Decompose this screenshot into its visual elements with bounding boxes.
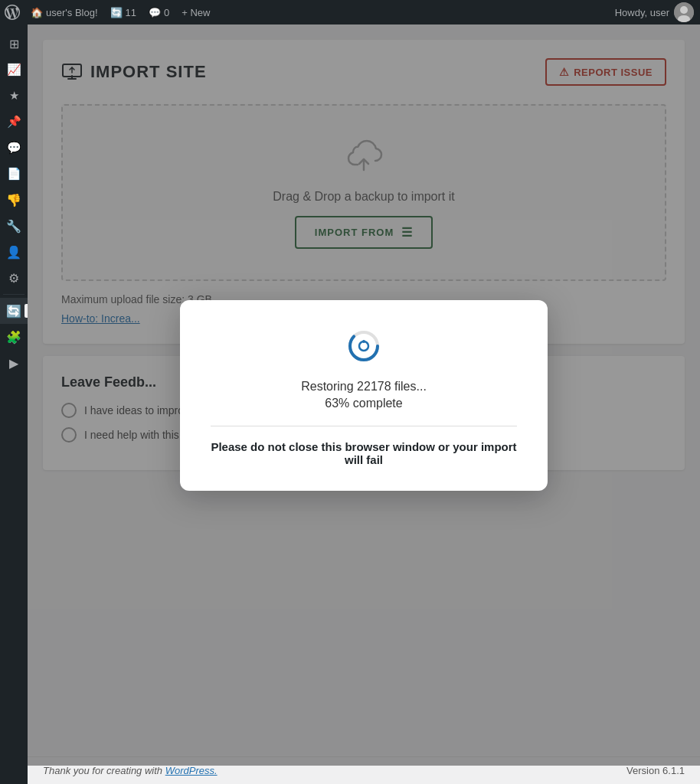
adminbar-new[interactable]: + New: [175, 0, 216, 24]
sidebar-item-stats[interactable]: 📈: [0, 57, 28, 83]
sidebar-item-settings[interactable]: ⚙: [0, 265, 28, 291]
footer-left: Thank you for creating with WordPress.: [43, 765, 218, 776]
adminbar-site[interactable]: 🏠 user's Blog!: [25, 0, 104, 24]
wp-logo[interactable]: [0, 0, 25, 24]
sidebar-item-backup[interactable]: 🔄: [0, 298, 28, 324]
comments-icon: 💬: [149, 7, 161, 18]
modal-percent: 63% complete: [325, 397, 402, 410]
menu-separator: [3, 294, 25, 295]
sidebar-item-plugins[interactable]: 🧩: [0, 324, 28, 350]
sidebar-item-comments[interactable]: 💬: [0, 135, 28, 161]
modal-status: Restoring 22178 files...: [301, 380, 427, 394]
adminbar-updates[interactable]: 🔄 11: [104, 0, 142, 24]
home-icon: 🏠: [31, 7, 43, 18]
svg-point-7: [362, 340, 365, 343]
admin-sidebar: ⊞ 📈 ★ 📌 💬 📄 👎 🔧 👤 ⚙ 🔄 🧩 ▶: [0, 24, 28, 784]
adminbar-user: Howdy, user: [615, 2, 700, 22]
wordpress-link[interactable]: WordPress.: [165, 765, 218, 776]
sidebar-item-sites[interactable]: ★: [0, 83, 28, 109]
sidebar-item-pages[interactable]: 📄: [0, 161, 28, 187]
sidebar-item-tools[interactable]: 🔧: [0, 213, 28, 239]
admin-bar: 🏠 user's Blog! 🔄 11 💬 0 + New Howdy, use…: [0, 0, 700, 24]
svg-point-1: [680, 6, 688, 14]
sidebar-item-dashboard[interactable]: ⊞: [0, 31, 28, 57]
avatar: [674, 2, 694, 22]
sidebar-item-users[interactable]: 👤: [0, 239, 28, 265]
restore-modal: Restoring 22178 files... 63% complete Pl…: [180, 300, 548, 491]
footer-version: Version 6.1.1: [626, 765, 685, 776]
spinner: [345, 328, 382, 364]
adminbar-items: 🏠 user's Blog! 🔄 11 💬 0 + New: [25, 0, 615, 24]
modal-divider: [211, 426, 517, 426]
sidebar-item-pin[interactable]: 📌: [0, 109, 28, 135]
modal-overlay: Restoring 22178 files... 63% complete Pl…: [28, 24, 700, 766]
adminbar-comments[interactable]: 💬 0: [142, 0, 175, 24]
updates-icon: 🔄: [110, 7, 123, 18]
sidebar-item-play[interactable]: ▶: [0, 350, 28, 376]
modal-warning: Please do not close this browser window …: [211, 440, 517, 466]
sidebar-item-feedback[interactable]: 👎: [0, 187, 28, 213]
